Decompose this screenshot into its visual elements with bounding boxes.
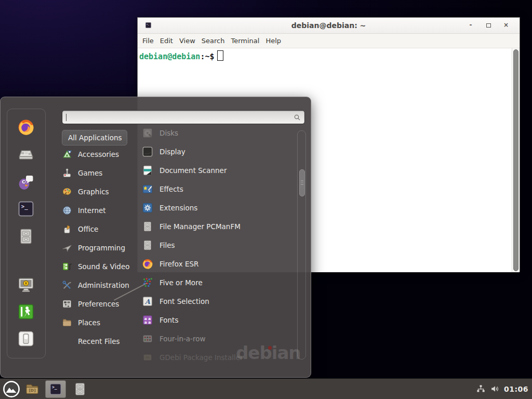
document-scanner-icon [142,165,153,176]
effects-icon [142,183,153,195]
places-icon [62,317,72,328]
games-icon [62,168,72,178]
application-item[interactable]: GDebi Package Installer [142,348,294,367]
terminal-icon: >_ [49,382,62,396]
application-item[interactable]: Files [142,236,294,255]
four-in-a-row-icon [142,333,153,344]
logout[interactable] [17,303,35,321]
search-icon [293,113,301,122]
shutdown[interactable] [17,330,35,348]
application-item[interactable]: Firefox ESR [142,255,294,273]
application-item[interactable]: Four-in-a-row [142,329,294,348]
menu-terminal[interactable]: Terminal [231,36,259,46]
desktop: >_ debian@debian: ~ - × File Edit View S… [0,0,532,399]
start-icon [3,380,20,398]
application-item[interactable]: Disks [142,124,294,142]
terminal-scrollbar-thumb[interactable] [513,49,518,271]
programming-icon [62,243,72,253]
file-manager[interactable] [17,228,35,245]
category-list: Accessories Games Graphics Internet Offi… [62,145,137,351]
terminal-scrollbar[interactable] [512,48,520,272]
display-icon [142,146,153,157]
category-item[interactable]: Administration [62,276,137,295]
file-cabinet-icon [17,228,35,245]
svg-text:a a: a a [144,320,151,325]
category-item[interactable]: Preferences [62,295,137,313]
gdebi-icon [142,352,153,363]
terminal-icon: >_ [17,200,35,218]
search-input[interactable] [62,110,305,124]
keyboard-icon [17,145,35,163]
pidgin[interactable] [17,173,35,191]
minimize-button[interactable]: - [467,21,475,30]
category-item[interactable]: Graphics [62,182,137,201]
application-item[interactable]: File Manager PCManFM [142,217,294,236]
fonts-icon: a aa a [142,314,153,326]
firefox[interactable] [17,118,35,136]
internet-icon [62,205,72,216]
file-cabinet-icon [142,240,153,251]
network-icon[interactable] [476,384,486,394]
application-item[interactable]: Display [142,142,294,161]
sound-video-icon [62,261,72,272]
taskbar-launchers: [D] >_ [0,380,93,398]
menu-search[interactable]: Search [202,36,225,46]
category-item[interactable]: Games [62,164,137,182]
menu-view[interactable]: View [179,36,195,46]
application-menu: debian >_ [0,97,311,378]
volume-icon[interactable] [490,384,500,394]
terminal[interactable]: >_ [17,200,35,218]
window-title: debian@debian: ~ [138,18,520,33]
application-item[interactable]: Extensions [142,198,294,217]
pidgin-icon [17,173,35,191]
lock-screen-icon [17,276,35,294]
application-list: Disks Display Document Scanner Effects E… [142,124,294,367]
firefox-icon [17,118,35,136]
files-task[interactable] [72,381,88,397]
office-icon [62,224,72,234]
category-item[interactable]: Programming [62,238,137,257]
extensions-icon [142,202,153,214]
administration-icon [62,280,72,290]
menu-button[interactable] [3,380,20,398]
close-button[interactable]: × [502,21,510,30]
menu-file[interactable]: File [142,36,154,46]
prompt-suffix: :~$ [200,52,214,61]
clock[interactable]: 01:06 [504,385,528,393]
menu-help[interactable]: Help [265,36,281,46]
application-item[interactable]: Five or More [142,273,294,292]
filter-all-applications[interactable]: All Applications [62,130,127,145]
category-item[interactable]: Internet [62,201,137,220]
lock-screen[interactable] [17,276,35,294]
category-item[interactable]: Accessories [62,145,137,164]
application-item[interactable]: Effects [142,180,294,198]
keyboard[interactable] [17,145,35,163]
disks-icon [142,127,153,139]
maximize-button[interactable] [484,21,493,30]
five-or-more-icon [142,277,153,288]
svg-text:>_: >_ [52,384,57,390]
category-item[interactable]: Sound & Video [62,257,137,276]
terminal-task[interactable]: >_ [45,380,66,398]
shell-prompt: debian@debian:~$ [139,49,223,61]
application-item[interactable]: A Font Selection [142,292,294,311]
file-manager-task[interactable]: [D] [24,381,40,397]
category-item[interactable]: Office [62,220,137,238]
menu-edit[interactable]: Edit [160,36,173,46]
terminal-menubar: File Edit View Search Terminal Help [138,34,520,48]
application-item[interactable]: Document Scanner [142,161,294,180]
terminal-titlebar[interactable]: >_ debian@debian: ~ - × [138,18,520,34]
svg-text:A: A [144,298,151,305]
font-selection-icon: A [142,296,153,307]
category-item[interactable]: Recent Files [62,332,137,351]
application-item[interactable]: a aa a Fonts [142,311,294,329]
file-cabinet-icon [142,221,153,232]
shutdown-icon [17,330,35,348]
menu-scrollbar[interactable] [297,130,306,360]
category-item[interactable]: Places [62,313,137,332]
svg-text:[D]: [D] [29,388,35,393]
terminal-cursor [217,50,223,61]
firefox-icon [142,258,153,270]
preferences-icon [62,299,72,309]
menu-scrollbar-thumb[interactable] [299,169,305,196]
